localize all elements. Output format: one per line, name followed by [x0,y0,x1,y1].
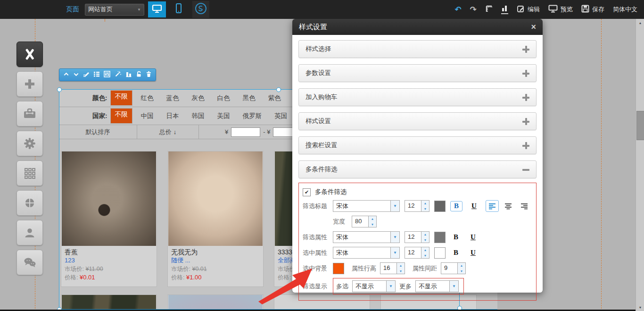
filter-attr-color-swatch[interactable] [434,232,446,243]
step-up-icon[interactable]: ▲ [421,201,429,206]
filter-option-selected[interactable]: 不限 [110,108,132,124]
filter-title-size-stepper[interactable]: 12 ▲▼ [405,200,429,212]
filter-option[interactable]: 红色 [137,92,158,104]
step-down-icon[interactable]: ▼ [397,269,405,274]
section-style-settings[interactable]: 样式设置 [298,112,537,130]
expand-icon[interactable] [522,142,529,149]
filter-option[interactable]: 黑色 [239,92,260,104]
step-down-icon[interactable]: ▼ [421,206,429,212]
magic-wand-button[interactable] [115,70,122,79]
chevron-down-icon[interactable]: ▼ [449,281,458,292]
multi-select-dropdown[interactable]: 不显示 ▼ [352,280,396,292]
step-up-icon[interactable]: ▲ [421,247,429,253]
section-style-choose[interactable]: 样式选择 [298,40,537,58]
preview-button[interactable]: 预览 [548,5,573,14]
collapse-icon[interactable] [522,166,529,173]
bold-button[interactable]: B [450,233,462,242]
product-card[interactable] [167,294,264,309]
sidebar-item-wechat[interactable] [17,250,43,275]
align-center-button[interactable] [502,200,515,212]
sidebar-item-components[interactable] [17,190,43,216]
chevron-down-icon[interactable]: ▼ [390,247,399,258]
scrollbar-thumb[interactable] [636,111,644,140]
filter-option-selected[interactable]: 不限 [110,90,132,106]
filter-settings-button[interactable] [104,71,110,79]
link-mode-button[interactable] [192,1,209,18]
align-right-button[interactable] [518,200,531,212]
chevron-down-icon[interactable]: ▼ [386,281,395,292]
close-icon[interactable]: × [531,22,536,32]
module-stats-button[interactable] [125,71,132,79]
filter-attr-font-select[interactable]: 宋体 ▼ [333,231,400,243]
redo-button[interactable]: ↷ [470,5,477,15]
section-param-settings[interactable]: 参数设置 [298,64,537,82]
stats-button[interactable] [501,5,508,14]
filter-option[interactable]: 紫色 [264,92,285,104]
step-down-icon[interactable]: ▼ [458,269,465,274]
sidebar-item-grid[interactable] [17,160,43,186]
panel-header[interactable]: 样式设置 × [292,19,543,35]
multi-filter-checkbox[interactable]: ✔ [303,188,311,196]
width-stepper[interactable]: 80 ▲▼ [352,216,377,227]
scroll-up-icon[interactable]: ▲ [636,19,644,26]
section-add-to-cart[interactable]: 加入购物车 [298,88,537,106]
selection-handle[interactable] [57,87,62,92]
undo-button[interactable]: ↶ [455,5,462,15]
filter-attr-size-stepper[interactable]: 12 ▲▼ [405,231,429,243]
filter-option[interactable]: 日本 [162,110,183,122]
filter-option[interactable]: 白色 [213,92,234,104]
filter-option[interactable]: 美国 [213,110,234,122]
list-settings-button[interactable] [93,71,100,79]
selected-attr-font-select[interactable]: 宋体 ▼ [333,247,400,259]
more-dropdown[interactable]: 不显示 ▼ [415,280,459,292]
bold-button[interactable]: B [450,248,462,258]
expand-icon[interactable] [522,46,529,53]
step-up-icon[interactable]: ▲ [421,232,429,237]
step-down-icon[interactable]: ▼ [421,237,429,243]
chevron-down-icon[interactable]: ▼ [390,201,399,211]
sort-total-price[interactable]: 总价 ↓ [137,125,199,139]
product-link[interactable]: 123 [65,256,153,265]
sidebar-item-toolbox[interactable] [17,101,43,126]
edit-content-button[interactable] [83,71,90,79]
step-up-icon[interactable]: ▲ [369,216,376,222]
price-min-input[interactable] [231,127,260,137]
filter-option[interactable]: 灰色 [188,92,209,104]
chevron-down-icon[interactable]: ▼ [390,232,399,243]
step-up-icon[interactable]: ▲ [458,263,465,269]
scroll-down-icon[interactable]: ▼ [636,303,644,311]
sidebar-item-settings[interactable] [17,131,43,156]
filter-option[interactable]: 俄罗斯 [239,110,266,122]
align-left-button[interactable] [486,200,499,212]
product-link[interactable]: 随便 ... [171,256,260,265]
bold-button-active[interactable]: B [450,201,462,211]
section-searchbar-settings[interactable]: 搜索栏设置 [298,136,537,154]
desktop-view-button[interactable] [148,1,166,17]
delete-button[interactable] [146,71,152,79]
page-dropdown[interactable]: 网站首页 ▼ [85,4,144,16]
row-gap-stepper[interactable]: 9 ▲▼ [441,262,466,274]
product-card[interactable] [61,294,157,309]
edit-button[interactable]: 编辑 [517,5,540,14]
move-down-button[interactable] [73,71,79,79]
underline-button[interactable]: U [469,202,479,210]
lock-button[interactable] [136,71,142,79]
filter-option[interactable]: 英国 [270,110,291,122]
sidebar-item-modules[interactable] [17,42,43,67]
filter-option[interactable]: 韩国 [188,110,209,122]
ruler-button[interactable] [485,5,493,14]
row-height-stepper[interactable]: 16 ▲▼ [380,262,405,274]
expand-icon[interactable] [522,94,529,101]
selected-bg-color-swatch[interactable] [333,263,344,274]
sidebar-item-user[interactable] [17,220,43,245]
selected-attr-color-swatch[interactable] [434,247,446,259]
expand-icon[interactable] [522,70,529,77]
step-down-icon[interactable]: ▼ [369,222,376,227]
filter-option[interactable]: 蓝色 [162,92,183,104]
move-up-button[interactable] [63,71,69,79]
filter-title-font-select[interactable]: 宋体 ▼ [333,200,400,212]
step-up-icon[interactable]: ▲ [397,263,405,269]
page-scrollbar[interactable]: ▲ ▼ [636,19,644,311]
filter-option[interactable]: 中国 [137,110,158,122]
expand-icon[interactable] [522,118,529,125]
